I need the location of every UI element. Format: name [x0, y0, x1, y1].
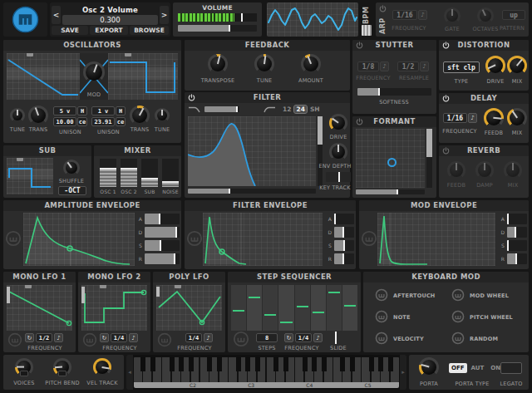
amp-env-r-slider[interactable]: [145, 253, 180, 264]
mod-env-a-slider[interactable]: [507, 214, 527, 224]
aftertouch-mod-knob[interactable]: [375, 288, 388, 302]
filter-response-display[interactable]: [188, 116, 316, 186]
arp-pattern-display[interactable]: up: [502, 10, 525, 20]
stutter-softness-slider[interactable]: [357, 88, 431, 96]
poly-lfo-frequency-display[interactable]: 1/4: [185, 333, 202, 342]
seq-step-3[interactable]: [263, 285, 278, 331]
legato-toggle[interactable]: [500, 362, 522, 374]
filter-power-button[interactable]: [188, 94, 195, 101]
filter-morph-slider[interactable]: [204, 106, 239, 112]
osc2-unison-mode[interactable]: H: [116, 106, 126, 115]
arp-frequency-display[interactable]: 1/16: [392, 10, 417, 20]
stutter-resample-display[interactable]: 1/2: [397, 61, 419, 71]
osc2-unison-voices[interactable]: 1 v: [91, 106, 115, 115]
pitch-wheel-mod-knob[interactable]: [451, 310, 465, 323]
filter-slope-12[interactable]: 12: [283, 106, 291, 113]
stutter-resample-note-icon[interactable]: ♪: [420, 61, 429, 71]
save-button[interactable]: SAVE: [52, 26, 88, 35]
mod-env-s-slider[interactable]: [507, 240, 527, 251]
poly-lfo-shape-handle[interactable]: [175, 285, 181, 288]
mod-wheel-mod-knob[interactable]: [451, 288, 465, 302]
seq-slide-slider[interactable]: [331, 332, 344, 344]
delay-frequency-note-icon[interactable]: ♪: [468, 113, 477, 123]
mixer-osc1-slider[interactable]: [100, 159, 116, 187]
feedback-transpose-knob[interactable]: [208, 54, 228, 74]
keyboard-scroll-left[interactable]: ◂: [126, 355, 133, 390]
velocity-mod-knob[interactable]: [375, 332, 388, 345]
filter-env-d-slider[interactable]: [334, 227, 354, 238]
formant-power-button[interactable]: [356, 118, 363, 125]
osc1-trans-knob[interactable]: [28, 106, 48, 125]
lfo1-start-handle[interactable]: [7, 287, 10, 303]
lfo1-display[interactable]: [7, 285, 72, 331]
seq-step-7[interactable]: [327, 285, 342, 331]
seq-sync-button[interactable]: ↻: [284, 333, 293, 342]
seq-step-5[interactable]: [295, 285, 310, 331]
mod-env-display[interactable]: [377, 213, 495, 266]
preset-prev-button[interactable]: <: [52, 6, 61, 24]
filter-env-a-slider[interactable]: [334, 214, 354, 224]
lfo2-start-handle[interactable]: [81, 287, 85, 303]
volume-slider[interactable]: [178, 25, 257, 32]
distortion-power-button[interactable]: [442, 42, 450, 49]
filter-cutoff-slider[interactable]: [188, 189, 316, 194]
stutter-frequency-display[interactable]: 1/8: [357, 61, 379, 71]
osc2-detune-value[interactable]: 23.91: [91, 117, 115, 126]
seq-step-2[interactable]: [247, 285, 262, 331]
mixer-sub-slider[interactable]: [141, 159, 158, 187]
filter-env-r-slider[interactable]: [334, 253, 354, 264]
amp-env-display[interactable]: [23, 213, 135, 266]
seq-step-4[interactable]: [278, 285, 293, 331]
amp-env-a-slider[interactable]: [145, 214, 180, 224]
porta-knob[interactable]: [419, 357, 439, 377]
export-button[interactable]: EXPORT: [90, 26, 128, 35]
osc1-unison-voices[interactable]: 5 v: [53, 106, 76, 115]
filter-drive-knob[interactable]: [329, 114, 347, 132]
keyboard-scroll-right[interactable]: ▸: [400, 355, 406, 390]
sub-shuffle-knob[interactable]: [63, 160, 80, 176]
distortion-drive-knob[interactable]: [485, 56, 505, 76]
porta-type-off[interactable]: OFF: [449, 363, 467, 373]
filter-env-display[interactable]: [203, 213, 323, 266]
delay-feedb-knob[interactable]: [484, 108, 504, 128]
sub-octave-display[interactable]: -OCT: [58, 186, 86, 195]
vel-track-knob[interactable]: [93, 358, 111, 376]
poly-lfo-display[interactable]: [156, 285, 222, 331]
preset-title[interactable]: Osc 2 Volume: [62, 6, 158, 14]
formant-y-slider[interactable]: [426, 129, 432, 188]
reverb-feedb-knob[interactable]: [447, 161, 466, 179]
mod-env-r-slider[interactable]: [507, 253, 527, 264]
lfo2-shape-handle[interactable]: [100, 285, 106, 288]
osc2-tune-knob[interactable]: [155, 108, 170, 123]
lfo2-sync-button[interactable]: ↻: [100, 333, 109, 342]
feedback-tune-knob[interactable]: [254, 54, 274, 74]
poly-lfo-start-handle[interactable]: [156, 287, 160, 297]
reverb-mix-knob[interactable]: [504, 161, 522, 179]
seq-step-1[interactable]: [231, 285, 246, 331]
poly-lfo-note-icon[interactable]: ♪: [204, 333, 213, 342]
delay-mix-knob[interactable]: [507, 108, 527, 128]
browse-button[interactable]: BROWSE: [130, 26, 169, 35]
filter-env-depth-knob[interactable]: [329, 143, 347, 161]
lfo1-note-icon[interactable]: ♪: [54, 333, 63, 342]
filter-slope-24[interactable]: 24: [294, 106, 306, 113]
osc-mod-knob[interactable]: [83, 61, 105, 83]
osc1-tune-knob[interactable]: [10, 108, 25, 123]
mixer-osc2-slider[interactable]: [121, 159, 137, 187]
osc2-shape-handle[interactable]: [125, 53, 131, 56]
filter-env-s-slider[interactable]: [334, 240, 354, 251]
delay-frequency-display[interactable]: 1/16: [443, 113, 467, 123]
lfo1-sync-button[interactable]: ↻: [25, 333, 34, 342]
distortion-type-display[interactable]: sft clp: [443, 61, 480, 73]
bpm-slider[interactable]: [362, 25, 372, 36]
osc1-shape-handle[interactable]: [27, 53, 33, 56]
osc1-detune-value[interactable]: 10.00: [53, 117, 76, 126]
seq-step-8[interactable]: [342, 285, 357, 331]
osc1-waveform-display[interactable]: [7, 53, 80, 100]
arp-gate-knob[interactable]: [444, 7, 461, 24]
delay-power-button[interactable]: [442, 95, 450, 102]
lfo1-shape-handle[interactable]: [25, 285, 32, 288]
lfo2-frequency-display[interactable]: 1/4: [111, 333, 127, 342]
lfo2-display[interactable]: [81, 285, 147, 331]
osc2-waveform-display[interactable]: [108, 53, 178, 100]
